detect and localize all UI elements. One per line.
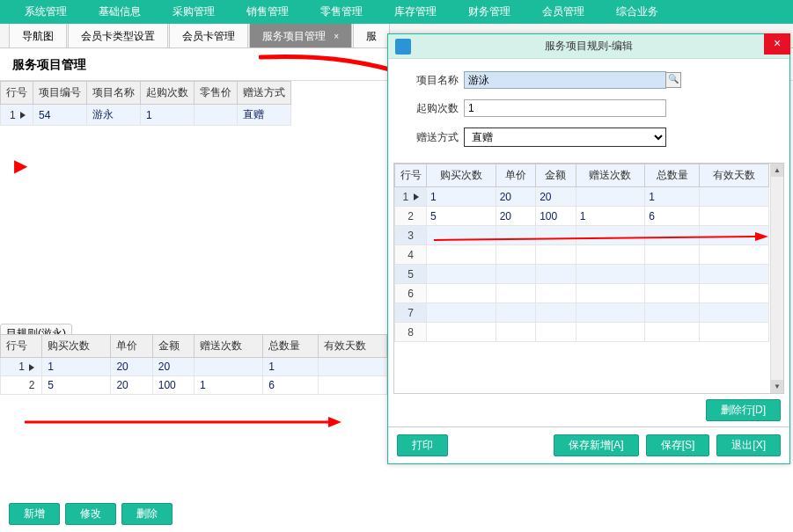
col-price: 零售价 xyxy=(195,82,238,105)
gcol-buy: 购买次数 xyxy=(427,164,496,187)
menu-basic[interactable]: 基础信息 xyxy=(83,4,157,19)
add-button[interactable]: 新增 xyxy=(9,503,60,525)
tab-card-mgmt[interactable]: 会员卡管理 xyxy=(169,24,248,48)
save-new-button[interactable]: 保存新增[A] xyxy=(554,434,639,456)
scroll-up-icon[interactable]: ▲ xyxy=(771,164,783,177)
dialog-grid: 行号 购买次数 单价 金额 赠送次数 总数量 有效天数 1 1 20 20 1 … xyxy=(393,163,784,394)
gcol-total: 总数量 xyxy=(645,164,700,187)
gcol-row: 行号 xyxy=(395,164,427,187)
col-min: 起购次数 xyxy=(141,82,195,105)
rcol-price: 单价 xyxy=(111,335,152,358)
mode-label: 赠送方式 xyxy=(406,130,459,145)
edit-button[interactable]: 修改 xyxy=(65,503,116,525)
tab-card-type[interactable]: 会员卡类型设置 xyxy=(68,24,168,48)
col-row: 行号 xyxy=(1,82,33,105)
table-row[interactable]: 7 xyxy=(395,303,769,323)
menu-member[interactable]: 会员管理 xyxy=(526,4,600,19)
save-button[interactable]: 保存[S] xyxy=(646,434,710,456)
gcol-amount: 金额 xyxy=(536,164,576,187)
cell-min: 1 xyxy=(141,105,195,126)
table-row[interactable]: 8 xyxy=(395,323,769,342)
dialog-titlebar[interactable]: 服务项目规则-编辑 × xyxy=(388,34,789,59)
gcol-gift: 赠送次数 xyxy=(576,164,645,187)
table-row[interactable]: 1 1 20 20 1 xyxy=(395,187,769,207)
table-row[interactable]: 5 xyxy=(395,265,769,284)
name-label: 项目名称 xyxy=(406,73,459,88)
menu-system[interactable]: 系统管理 xyxy=(9,4,83,19)
table-row[interactable]: 2 5 20 100 1 6 xyxy=(1,376,387,395)
tab-service-mgmt[interactable]: 服务项目管理 × xyxy=(249,24,352,48)
rcol-days: 有效天数 xyxy=(318,335,386,358)
menu-retail[interactable]: 零售管理 xyxy=(305,4,378,19)
rules-table: 行号 购买次数 单价 金额 赠送次数 总数量 有效天数 1 1 20 20 1 … xyxy=(0,334,387,395)
cell-mode: 直赠 xyxy=(238,105,291,126)
table-row[interactable]: 3 xyxy=(395,226,769,245)
dialog-title: 服务项目规则-编辑 xyxy=(545,39,633,54)
exit-button[interactable]: 退出[X] xyxy=(716,434,781,456)
menu-sales[interactable]: 销售管理 xyxy=(231,4,305,19)
tab-label: 服务项目管理 xyxy=(262,30,326,42)
scroll-down-icon[interactable]: ▼ xyxy=(771,380,783,393)
edit-dialog: 服务项目规则-编辑 × 项目名称 🔍 起购次数 赠送方式 直赠 行号 购买次数 … xyxy=(387,33,790,464)
gcol-price: 单价 xyxy=(496,164,536,187)
table-row[interactable]: 1 54 游永 1 直赠 xyxy=(1,105,291,126)
table-row[interactable]: 4 xyxy=(395,245,769,265)
rcol-total: 总数量 xyxy=(263,335,319,358)
project-table: 行号 项目编号 项目名称 起购次数 零售价 赠送方式 1 54 游永 1 直赠 xyxy=(0,81,291,126)
dialog-icon xyxy=(395,39,411,55)
annotation-arrow: ▶ xyxy=(14,155,27,176)
menu-inventory[interactable]: 库存管理 xyxy=(378,4,452,19)
close-icon[interactable]: × xyxy=(334,32,339,41)
table-row[interactable]: 1 1 20 20 1 xyxy=(1,358,387,376)
rcol-gift: 赠送次数 xyxy=(195,335,263,358)
main-menubar: 系统管理 基础信息 采购管理 销售管理 零售管理 库存管理 财务管理 会员管理 … xyxy=(0,0,793,24)
min-field[interactable] xyxy=(464,99,666,117)
search-icon[interactable]: 🔍 xyxy=(665,72,681,88)
print-button[interactable]: 打印 xyxy=(397,434,448,456)
rcol-buy: 购买次数 xyxy=(42,335,111,358)
dialog-form: 项目名称 🔍 起购次数 赠送方式 直赠 xyxy=(388,59,789,163)
current-row-icon xyxy=(414,193,419,200)
col-name: 项目名称 xyxy=(87,82,141,105)
table-row[interactable]: 6 xyxy=(395,284,769,303)
cell-price xyxy=(195,105,238,126)
current-row-icon xyxy=(29,364,34,371)
close-icon[interactable]: × xyxy=(764,33,790,55)
mode-select[interactable]: 直赠 xyxy=(464,128,666,147)
name-field[interactable] xyxy=(464,71,666,89)
cell-name: 游永 xyxy=(87,105,141,126)
gcol-days: 有效天数 xyxy=(700,164,769,187)
scrollbar[interactable]: ▲ ▼ xyxy=(770,164,783,393)
dialog-buttons: 打印 保存新增[A] 保存[S] 退出[X] xyxy=(388,426,789,463)
col-mode: 赠送方式 xyxy=(238,82,291,105)
min-label: 起购次数 xyxy=(406,101,459,116)
tab-partial[interactable]: 服 xyxy=(353,24,390,48)
tab-nav-map[interactable]: 导航图 xyxy=(9,24,67,48)
bottom-button-bar: 新增 修改 删除 xyxy=(9,503,173,525)
delete-button[interactable]: 删除 xyxy=(121,503,173,525)
svg-marker-1 xyxy=(328,417,341,427)
current-row-icon xyxy=(20,112,26,119)
menu-finance[interactable]: 财务管理 xyxy=(452,4,526,19)
delete-row-button[interactable]: 删除行[D] xyxy=(706,399,781,421)
menu-purchase[interactable]: 采购管理 xyxy=(157,4,231,19)
row-number: 1 xyxy=(10,109,16,121)
cell-code: 54 xyxy=(33,105,87,126)
rcol-amount: 金额 xyxy=(152,335,194,358)
rcol-row: 行号 xyxy=(1,335,42,358)
col-code: 项目编号 xyxy=(33,82,87,105)
table-row[interactable]: 2 5 20 100 1 6 xyxy=(395,207,769,226)
menu-composite[interactable]: 综合业务 xyxy=(600,4,674,19)
